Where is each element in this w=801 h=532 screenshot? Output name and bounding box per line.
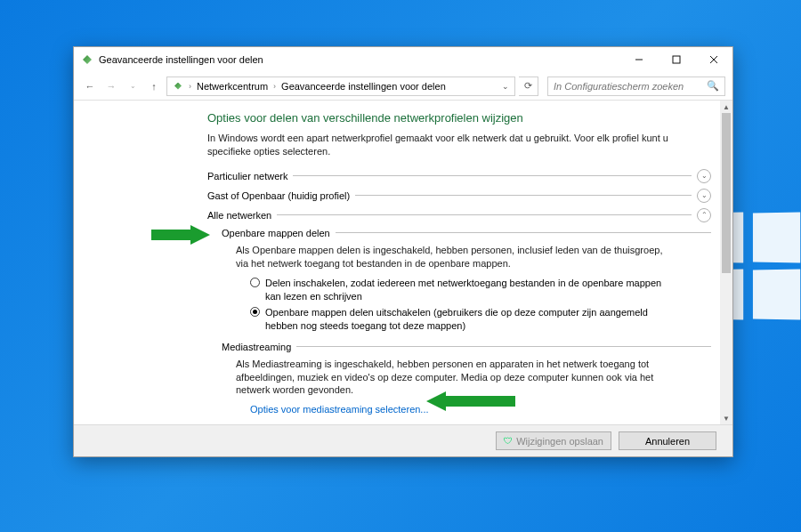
- network-sharing-icon: [81, 53, 93, 66]
- breadcrumb-item[interactable]: Geavanceerde instellingen voor delen: [281, 81, 446, 92]
- chevron-up-icon[interactable]: ⌃: [697, 208, 711, 222]
- chevron-right-icon: ›: [273, 82, 276, 91]
- scroll-up-button[interactable]: ▲: [720, 101, 732, 113]
- section-guest-public[interactable]: Gast of Openbaar (huidig profiel) ⌄: [207, 189, 711, 203]
- content-area: Opties voor delen van verschillende netw…: [74, 101, 720, 424]
- scroll-track[interactable]: [720, 113, 732, 412]
- vertical-scrollbar[interactable]: ▲ ▼: [720, 101, 732, 424]
- subsection-desc: Als Mediastreaming is ingeschakeld, hebb…: [236, 358, 711, 398]
- up-button[interactable]: ↑: [145, 77, 163, 96]
- radio-enable-sharing[interactable]: Delen inschakelen, zodat iedereen met ne…: [250, 277, 711, 303]
- back-button[interactable]: ←: [81, 77, 99, 96]
- search-icon: 🔍: [707, 80, 719, 92]
- breadcrumb-item[interactable]: Netwerkcentrum: [197, 81, 268, 92]
- save-changes-button[interactable]: 🛡 Wijzigingen opslaan: [496, 431, 611, 450]
- subsection-title: Mediastreaming: [222, 342, 291, 352]
- search-box[interactable]: 🔍: [547, 77, 725, 96]
- chevron-down-icon[interactable]: ⌄: [502, 82, 509, 91]
- section-label: Particulier netwerk: [207, 171, 287, 181]
- minimize-button[interactable]: [620, 47, 658, 72]
- chevron-down-icon[interactable]: ⌄: [697, 189, 711, 203]
- button-label: Wijzigingen opslaan: [516, 436, 603, 447]
- dialog-footer: 🛡 Wijzigingen opslaan Annuleren: [74, 424, 732, 456]
- page-title: Opties voor delen van verschillende netw…: [207, 111, 711, 125]
- svg-rect-1: [673, 56, 680, 63]
- scroll-thumb[interactable]: [722, 113, 731, 273]
- subsection-title: Verbindingen voor het delen van bestande…: [222, 423, 410, 424]
- radio-icon: [250, 307, 260, 317]
- forward-button[interactable]: →: [102, 77, 120, 96]
- section-all-networks[interactable]: Alle netwerken ⌃: [207, 208, 711, 222]
- radio-label: Delen inschakelen, zodat iedereen met ne…: [265, 277, 676, 303]
- subsection-desc: Als Openbare mappen delen is ingeschakel…: [236, 244, 711, 270]
- media-streaming-options-link[interactable]: Opties voor mediastreaming selecteren...: [250, 404, 429, 415]
- radio-disable-sharing[interactable]: Openbare mappen delen uitschakelen (gebr…: [250, 306, 711, 333]
- maximize-button[interactable]: [658, 47, 695, 72]
- chevron-right-icon: ›: [189, 82, 191, 91]
- cancel-button[interactable]: Annuleren: [619, 431, 716, 450]
- section-label: Alle netwerken: [207, 210, 271, 221]
- intro-text: In Windows wordt een apart netwerkprofie…: [207, 132, 711, 158]
- window-title: Geavanceerde instellingen voor delen: [99, 54, 263, 65]
- network-sharing-icon: [173, 81, 183, 92]
- close-button[interactable]: [695, 47, 732, 72]
- radio-icon: [250, 278, 260, 287]
- section-private-network[interactable]: Particulier netwerk ⌄: [207, 169, 711, 183]
- button-label: Annuleren: [645, 436, 690, 447]
- radio-label: Openbare mappen delen uitschakelen (gebr…: [265, 306, 676, 333]
- address-bar[interactable]: › Netwerkcentrum › Geavanceerde instelli…: [166, 77, 515, 96]
- section-label: Gast of Openbaar (huidig profiel): [207, 190, 350, 201]
- sharing-settings-window: Geavanceerde instellingen voor delen ← →…: [73, 46, 733, 457]
- subsection-title: Openbare mappen delen: [222, 228, 330, 238]
- search-input[interactable]: [554, 81, 705, 92]
- recent-dropdown[interactable]: ⌄: [124, 77, 142, 96]
- shield-icon: 🛡: [504, 436, 513, 446]
- scroll-down-button[interactable]: ▼: [720, 412, 732, 424]
- public-folder-sharing-group: Openbare mappen delen Als Openbare mappe…: [222, 228, 711, 333]
- refresh-button[interactable]: ⟳: [519, 77, 538, 96]
- navigation-bar: ← → ⌄ ↑ › Netwerkcentrum › Geavanceerde …: [74, 72, 732, 101]
- titlebar: Geavanceerde instellingen voor delen: [74, 47, 732, 72]
- chevron-down-icon[interactable]: ⌄: [697, 169, 711, 183]
- file-sharing-connections-group: Verbindingen voor het delen van bestande…: [222, 423, 711, 424]
- media-streaming-group: Mediastreaming Als Mediastreaming is ing…: [222, 342, 711, 415]
